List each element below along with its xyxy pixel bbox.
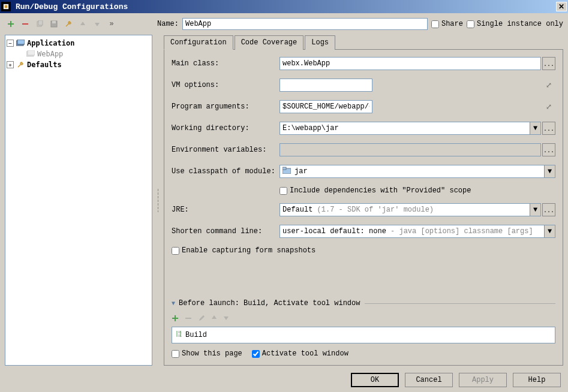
svg-text:01: 01 <box>178 334 182 338</box>
chevron-down-icon[interactable]: ▼ <box>530 122 540 134</box>
wrench-button[interactable] <box>62 18 74 30</box>
tree-label: Application <box>27 39 74 47</box>
tree-node-webapp[interactable]: WebApp <box>7 49 151 59</box>
before-launch-section[interactable]: ▼ Before launch: Build, Activate tool wi… <box>172 299 555 307</box>
tree-label: Defaults <box>27 61 62 69</box>
jre-label: JRE: <box>172 206 280 214</box>
single-instance-checkbox[interactable]: Single instance only <box>467 20 563 28</box>
app-icon <box>1 2 11 11</box>
config-toolbar: » <box>5 18 155 30</box>
shorten-label: Shorten command line: <box>172 227 280 236</box>
move-down-button[interactable] <box>91 18 103 30</box>
ok-button[interactable]: OK <box>351 373 399 387</box>
shorten-combo[interactable]: user-local default: none - java [options… <box>280 225 555 238</box>
jre-combo[interactable]: Default (1.7 - SDK of 'jar' module)▼ <box>280 203 541 216</box>
wrench-icon <box>16 60 25 70</box>
working-dir-input[interactable]: E:\webapp\jar▼ <box>280 122 541 135</box>
splitter[interactable] <box>157 35 159 366</box>
add-task-button[interactable] <box>172 315 179 324</box>
chevron-down-icon[interactable]: ▼ <box>544 165 555 177</box>
titlebar: Run/Debug Configurations ✕ <box>0 0 568 13</box>
tree-node-application[interactable]: − Application <box>7 38 151 49</box>
window-title: Run/Debug Configurations <box>14 2 556 11</box>
config-tree[interactable]: − Application WebApp + Defaults <box>5 35 152 366</box>
more-button[interactable]: » <box>106 18 118 30</box>
application-icon <box>26 49 35 59</box>
svg-rect-1 <box>5 5 8 8</box>
chevron-down-icon[interactable]: ▼ <box>544 225 555 237</box>
svg-rect-7 <box>17 40 25 44</box>
svg-rect-11 <box>283 167 286 170</box>
browse-button[interactable]: ... <box>542 203 555 216</box>
save-config-button[interactable] <box>48 18 60 30</box>
include-deps-checkbox[interactable]: Include dependencies with "Provided" sco… <box>280 186 471 195</box>
move-up-button[interactable] <box>211 315 217 324</box>
tabs: Configuration Code Coverage Logs <box>164 35 563 50</box>
dialog-footer: OK Cancel Apply Help <box>5 366 563 387</box>
collapse-icon[interactable]: − <box>7 40 14 47</box>
program-args-input[interactable] <box>280 100 372 113</box>
remove-config-button[interactable] <box>19 18 31 30</box>
main-class-input[interactable] <box>280 57 541 70</box>
move-down-button[interactable] <box>223 315 229 324</box>
remove-task-button[interactable] <box>185 315 192 324</box>
program-args-label: Program arguments: <box>172 102 280 111</box>
show-page-checkbox[interactable]: Show this page <box>172 349 242 358</box>
vm-options-input[interactable] <box>280 79 372 92</box>
build-icon: 0101 <box>175 330 183 340</box>
module-icon <box>283 167 292 176</box>
svg-rect-5 <box>52 21 56 23</box>
before-launch-list[interactable]: 0101 Build <box>172 327 555 343</box>
env-vars-label: Environment variables: <box>172 146 280 154</box>
cancel-button[interactable]: Cancel <box>405 373 453 387</box>
classpath-combo[interactable]: jar ▼ <box>280 165 555 178</box>
name-input[interactable] <box>182 18 428 30</box>
classpath-label: Use classpath of module: <box>172 167 280 176</box>
tab-logs[interactable]: Logs <box>305 35 335 50</box>
help-button[interactable]: Help <box>513 373 561 387</box>
collapse-arrow-icon[interactable]: ▼ <box>172 300 175 307</box>
enable-capturing-checkbox[interactable]: Enable capturing form snapshots <box>172 246 555 255</box>
tab-code-coverage[interactable]: Code Coverage <box>235 35 304 50</box>
chevron-down-icon[interactable]: ▼ <box>530 204 540 216</box>
activate-window-checkbox[interactable]: Activate tool window <box>252 349 348 358</box>
name-label: Name: <box>157 20 179 28</box>
close-button[interactable]: ✕ <box>556 2 567 11</box>
tree-node-defaults[interactable]: + Defaults <box>7 59 151 70</box>
edit-task-button[interactable] <box>198 315 205 324</box>
tab-configuration[interactable]: Configuration <box>164 35 233 50</box>
expand-icon[interactable]: + <box>7 61 14 68</box>
browse-button[interactable]: ... <box>542 143 555 156</box>
apply-button[interactable]: Apply <box>459 373 507 387</box>
expand-icon[interactable]: ⤢ <box>546 81 552 90</box>
env-vars-input[interactable] <box>280 143 541 156</box>
tree-label: WebApp <box>37 50 63 58</box>
browse-button[interactable]: ... <box>542 122 555 135</box>
share-checkbox[interactable]: Share <box>431 20 463 28</box>
working-dir-label: Working directory: <box>172 124 280 132</box>
application-icon <box>16 38 25 48</box>
svg-rect-3 <box>38 20 43 25</box>
before-launch-toolbar <box>172 312 555 327</box>
main-class-label: Main class: <box>172 59 280 68</box>
expand-icon[interactable]: ⤢ <box>546 102 552 111</box>
svg-rect-9 <box>28 50 35 55</box>
list-item[interactable]: 0101 Build <box>175 330 552 340</box>
copy-config-button[interactable] <box>34 18 46 30</box>
move-up-button[interactable] <box>77 18 89 30</box>
add-config-button[interactable] <box>5 18 17 30</box>
browse-button[interactable]: ... <box>542 57 555 70</box>
vm-options-label: VM options: <box>172 81 280 89</box>
